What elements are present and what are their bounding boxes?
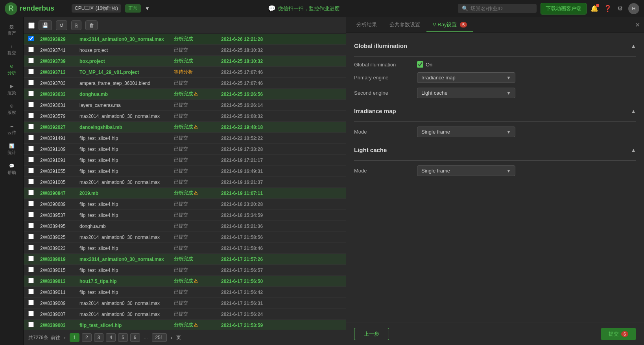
primary-engine-select[interactable]: Irradiance map ▼ [417,72,515,83]
save-button[interactable]: 💾 [39,20,52,30]
row-checkbox[interactable] [28,102,34,107]
row-checkbox[interactable] [28,322,34,327]
table-row[interactable]: 2W8389537 flip_test_slice4.hip 已提交 2021-… [24,210,346,221]
page-1-button[interactable]: 1 [70,333,79,342]
row-checkbox[interactable] [28,267,34,272]
table-row[interactable]: 2W8393929 max2014_animation0_30_normal.m… [24,34,346,45]
row-checkbox[interactable] [28,36,34,41]
row-checkbox[interactable] [28,113,34,118]
row-checkbox[interactable] [28,278,34,283]
table-row[interactable]: 2W8391055 flip_test_slice4.hip 已提交 2021-… [24,166,346,177]
row-checkbox[interactable] [28,223,34,228]
table-row[interactable]: 2W8389015 flip_test_slice4.hip 已提交 2021-… [24,265,346,276]
table-row[interactable]: 2W8391005 max2014_animation0_30_normal.m… [24,177,346,188]
lc-mode-select[interactable]: Single frame ▼ [417,165,515,176]
row-checkbox[interactable] [28,58,34,63]
sidebar-item-copyright[interactable]: © 版权 [0,101,23,119]
page-4-button[interactable]: 4 [106,333,116,342]
row-checkbox[interactable] [28,201,34,206]
table-row[interactable]: 2W8390847 2019.mb 分析完成⚠ 2021-6-19 11:07:… [24,188,346,199]
row-date: 2021-6-26 12:21:28 [221,37,292,42]
delete-button[interactable]: 🗑 [85,20,98,30]
table-row[interactable]: 2W8390689 flip_test_slice4.hip 已提交 2021-… [24,199,346,210]
table-row[interactable]: 2W8393703 ampera_frame_step_36001.blend … [24,78,346,89]
table-row[interactable]: 2W8389019 max2014_animation0_30_normal.m… [24,254,346,265]
row-checkbox[interactable] [28,289,34,294]
row-checkbox[interactable] [28,168,34,173]
row-checkbox[interactable] [28,124,34,129]
row-checkbox[interactable] [28,80,34,85]
prev-page-button[interactable]: ‹ [63,334,68,341]
next-page-button[interactable]: › [169,334,174,341]
table-row[interactable]: 2W8389023 flip_test_slice4.hip 已提交 2021-… [24,243,346,254]
table-row[interactable]: 2W8391491 flip_test_slice4.hip 已提交 2021-… [24,133,346,144]
settings-icon[interactable]: ⚙ [617,5,623,12]
row-checkbox[interactable] [28,245,34,250]
sidebar-item-cloud[interactable]: ☁ 云传 [0,120,23,139]
row-checkbox[interactable] [28,146,34,151]
sidebar-item-submit[interactable]: ↑ 提交 [0,41,23,59]
row-checkbox[interactable] [28,212,34,217]
page-3-button[interactable]: 3 [94,333,104,342]
prev-step-button[interactable]: 上一步 [354,328,389,340]
table-row[interactable]: 2W8392027 danceingshibai.mb 分析完成⚠ 2021-6… [24,122,346,133]
sidebar-item-render[interactable]: ▶ 渲染 [0,81,23,99]
replay-button[interactable]: ↺ [56,20,67,30]
table-row[interactable]: 2W8389007 max2014_animation0_30_normal.m… [24,309,346,320]
table-row[interactable]: 2W8393713 TO_MP_14_29_v01.project 等待分析 2… [24,67,346,78]
row-checkbox[interactable] [28,311,34,316]
table-row[interactable]: 2W8393739 box.project 分析完成 2021-6-25 18:… [24,56,346,67]
search-box[interactable]: 🔍 [458,4,537,13]
table-row[interactable]: 2W8389009 max2014_animation0_30_normal.m… [24,298,346,309]
table-row[interactable]: 2W8393579 max2014_animation0_30_normal.m… [24,111,346,122]
row-checkbox[interactable] [28,135,34,140]
copy-button[interactable]: ⎘ [71,20,81,30]
table-row[interactable]: 2W8389011 flip_test_slice4.hip 已提交 2021-… [24,287,346,298]
row-checkbox[interactable] [28,300,34,305]
select-all-checkbox[interactable] [28,22,35,29]
row-checkbox[interactable] [28,157,34,162]
last-page-button[interactable]: 251 [152,333,167,342]
section-global-illumination-header[interactable]: Global illumination ▲ [354,39,636,52]
section-irradiance-map-header[interactable]: Irradiance map ▲ [354,105,636,117]
sidebar-item-analyze[interactable]: ⊙ 分析 [0,61,23,79]
row-checkbox[interactable] [28,256,34,261]
page-2-button[interactable]: 2 [82,333,92,342]
page-6-button[interactable]: 6 [130,333,140,342]
submit-button[interactable]: 提交 6 [601,328,636,340]
avatar[interactable]: H [628,3,639,14]
sidebar-item-help[interactable]: 💬 帮助 [0,160,23,179]
table-row[interactable]: 2W8393633 donghua.mb 分析完成⚠ 2021-6-25 16:… [24,89,346,100]
panel-close-button[interactable]: ✕ [635,21,640,29]
page-5-button[interactable]: 5 [118,333,128,342]
row-checkbox[interactable] [28,47,34,52]
table-row[interactable]: 2W8389003 flip_test_slice4.hip 分析完成⚠ 202… [24,320,346,330]
tab-vray[interactable]: V-Ray设置 5 [426,18,473,32]
table-row[interactable]: 2W8393741 house.project 已提交 2021-6-25 18… [24,45,346,56]
sidebar-item-stats[interactable]: 📊 统计 [0,140,23,159]
row-checkbox-cell [28,300,40,306]
search-input[interactable] [471,6,526,11]
help-icon[interactable]: ❓ [604,5,612,12]
table-row[interactable]: 2W8393631 layers_cameras.ma 已提交 2021-6-2… [24,100,346,111]
irradiance-mode-select[interactable]: Single frame ▼ [417,127,515,137]
notification-icon[interactable]: 🔔 [590,5,598,12]
download-button[interactable]: 下载动画客户端 [541,3,587,15]
tab-analysis[interactable]: 分析结果 [350,18,383,32]
second-engine-select[interactable]: Light cache ▼ [417,88,515,98]
row-checkbox[interactable] [28,190,34,195]
sidebar-item-assets[interactable]: 🖼 资产 [0,21,23,39]
dropdown-arrow-icon[interactable]: ▼ [145,6,150,11]
table-row[interactable]: 2W8389025 max2014_animation0_30_normal.m… [24,232,346,243]
table-row[interactable]: 2W8391109 flip_test_slice4.hip 已提交 2021-… [24,144,346,155]
row-checkbox[interactable] [28,179,34,184]
row-checkbox[interactable] [28,91,34,96]
tab-params[interactable]: 公共参数设置 [383,18,426,32]
table-row[interactable]: 2W8389495 donghua.mb 已提交 2021-6-18 15:21… [24,221,346,232]
table-row[interactable]: 2W8391091 flip_test_slice4.hip 已提交 2021-… [24,155,346,166]
row-checkbox[interactable] [28,234,34,239]
row-checkbox[interactable] [28,69,34,74]
section-light-cache-header[interactable]: Light cache ▲ [354,143,636,156]
gi-checkbox[interactable] [417,61,423,68]
table-row[interactable]: 2W8389013 hou17.5_tips.hip 分析完成⚠ 2021-6-… [24,276,346,287]
